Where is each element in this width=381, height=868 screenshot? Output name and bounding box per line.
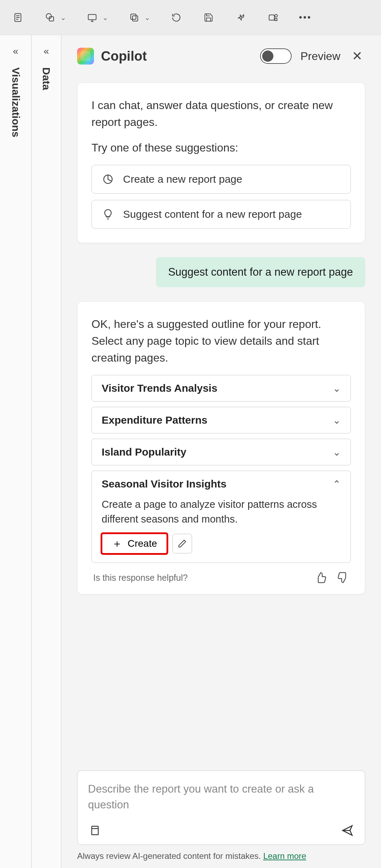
learn-more-link[interactable]: Learn more — [263, 851, 306, 861]
toolbar-refresh-icon[interactable] — [169, 10, 184, 25]
edit-button[interactable] — [172, 534, 192, 553]
toolbar-pin-icon[interactable] — [233, 10, 248, 25]
preview-toggle[interactable] — [260, 48, 292, 64]
thumbs-down-icon[interactable] — [337, 572, 349, 584]
send-icon[interactable] — [340, 823, 354, 837]
notebook-icon[interactable] — [88, 823, 102, 837]
topic-title: Expenditure Patterns — [102, 414, 207, 426]
feedback-question: Is this response helpful? — [93, 573, 188, 583]
plus-icon: ＋ — [112, 538, 122, 549]
create-button-highlight: ＋ Create — [102, 533, 167, 554]
prompt-input-box[interactable]: Describe the report you want to create o… — [77, 771, 365, 845]
toolbar-present-icon[interactable] — [85, 10, 100, 25]
chevron-down-icon[interactable]: ⌄ — [144, 13, 151, 22]
toolbar-teams-icon[interactable] — [266, 10, 280, 25]
topic-visitor-trends[interactable]: Visitor Trends Analysis ⌄ — [91, 375, 351, 402]
intro-text-2: Try one of these suggestions: — [91, 139, 351, 156]
collapse-chevron-icon[interactable]: « — [13, 46, 19, 57]
chevron-down-icon: ⌄ — [333, 383, 341, 394]
topic-body: Create a page to analyze visitor pattern… — [92, 497, 351, 563]
chevron-down-icon[interactable]: ⌄ — [102, 13, 109, 22]
preview-label: Preview — [300, 50, 340, 63]
pencil-icon — [178, 539, 187, 548]
outline-intro: OK, here's a suggested outline for your … — [91, 316, 351, 366]
lightbulb-icon — [102, 208, 114, 221]
toolbar-copy-icon[interactable] — [127, 10, 142, 25]
copilot-logo-icon — [77, 48, 94, 65]
suggestion-label: Suggest content for a new report page — [123, 208, 302, 220]
topic-title: Visitor Trends Analysis — [102, 382, 217, 394]
svg-rect-9 — [269, 15, 274, 20]
copilot-header: Copilot Preview ✕ — [77, 47, 365, 65]
toolbar-more-icon[interactable]: ••• — [298, 10, 313, 25]
topic-title: Seasonal Visitor Insights — [102, 478, 226, 490]
close-icon[interactable]: ✕ — [349, 47, 365, 65]
topic-seasonal-insights[interactable]: Seasonal Visitor Insights ⌃ Create a pag… — [91, 471, 351, 563]
top-toolbar: ⌄ ⌄ ⌄ ••• — [0, 0, 381, 35]
svg-rect-12 — [92, 826, 98, 835]
copilot-title: Copilot — [101, 49, 147, 64]
outline-response-card: OK, here's a suggested outline for your … — [77, 301, 365, 594]
copilot-pane: Copilot Preview ✕ I can chat, answer dat… — [61, 35, 381, 868]
user-message: Suggest content for a new report page — [156, 257, 365, 287]
svg-rect-6 — [88, 14, 96, 20]
visualizations-label: Visualizations — [10, 67, 22, 137]
toggle-knob — [262, 51, 273, 62]
create-button[interactable]: ＋ Create — [102, 533, 167, 554]
toolbar-paste-icon[interactable] — [11, 10, 25, 25]
data-tab[interactable]: « Data — [32, 35, 61, 868]
disclaimer-text: Always review AI-generated content for m… — [77, 851, 263, 861]
svg-rect-7 — [132, 16, 138, 21]
ai-disclaimer: Always review AI-generated content for m… — [77, 851, 365, 861]
chevron-up-icon: ⌃ — [333, 478, 341, 490]
visualizations-tab[interactable]: « Visualizations — [0, 35, 32, 868]
prompt-placeholder: Describe the report you want to create o… — [88, 781, 354, 813]
thumbs-up-icon[interactable] — [315, 572, 327, 584]
feedback-row: Is this response helpful? — [91, 572, 351, 584]
svg-point-4 — [46, 13, 52, 19]
chevron-down-icon: ⌄ — [333, 415, 341, 426]
topic-island-popularity[interactable]: Island Popularity ⌄ — [91, 439, 351, 465]
suggestion-label: Create a new report page — [123, 173, 242, 185]
intro-text-1: I can chat, answer data questions, or cr… — [91, 97, 351, 130]
pie-chart-icon — [102, 173, 114, 186]
topic-expenditure-patterns[interactable]: Expenditure Patterns ⌄ — [91, 407, 351, 433]
chevron-down-icon: ⌄ — [333, 446, 341, 458]
collapse-chevron-icon[interactable]: « — [43, 46, 49, 57]
svg-point-10 — [275, 14, 278, 17]
data-label: Data — [40, 67, 52, 90]
chevron-down-icon[interactable]: ⌄ — [60, 13, 67, 22]
suggestion-create-report-button[interactable]: Create a new report page — [91, 165, 351, 194]
svg-rect-8 — [131, 14, 136, 19]
intro-message-card: I can chat, answer data questions, or cr… — [77, 82, 365, 243]
toolbar-save-icon[interactable] — [201, 10, 216, 25]
suggestion-suggest-content-button[interactable]: Suggest content for a new report page — [91, 200, 351, 229]
toolbar-shape-icon[interactable] — [43, 10, 57, 25]
topic-title: Island Popularity — [102, 446, 186, 458]
topic-description: Create a page to analyze visitor pattern… — [102, 497, 341, 526]
create-label: Create — [128, 538, 157, 549]
